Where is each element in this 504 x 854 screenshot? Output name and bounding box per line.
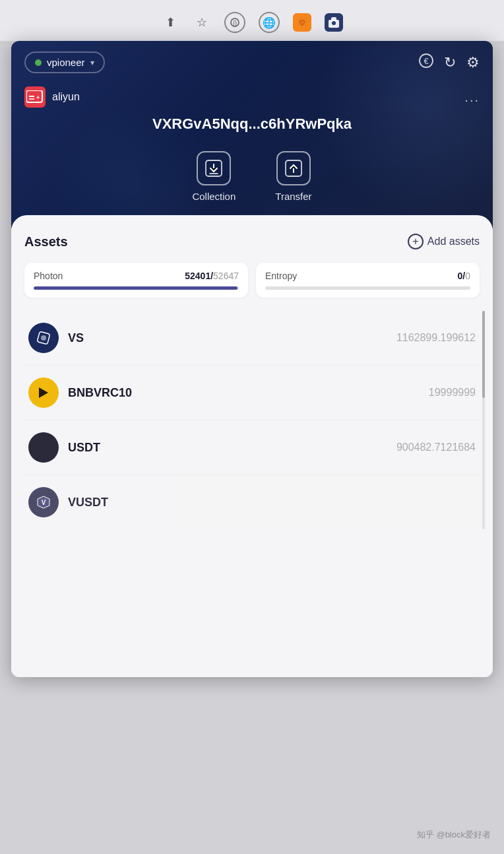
photon-progress-fill [34,286,237,290]
watermark: 知乎 @block爱好者 [417,829,491,841]
scroll-thumb[interactable] [482,311,485,398]
transfer-label: Transfer [275,191,311,202]
usdt-name: USDT [68,441,396,455]
photon-name: Photon [34,271,63,281]
account-name: aliyun [52,91,458,103]
assets-title: Assets [24,234,68,249]
network-name: vpioneer [47,57,85,68]
app-container: vpioneer ▾ € ↻ ⚙ [11,41,493,677]
network-selector[interactable]: vpioneer ▾ [24,51,105,73]
content-section: Assets + Add assets Photon 52401/52647 [11,215,493,677]
currency-icon[interactable]: € [419,53,433,71]
svg-text:€: € [424,56,429,66]
scroll-track [482,311,485,529]
photon-progress-bg [34,286,239,290]
token-list-container: VS 1162899.199612 BNBVRC10 19999999 [24,311,480,529]
vs-balance: 1162899.199612 [396,332,476,344]
transfer-button[interactable]: Transfer [275,151,311,202]
header-icons: € ↻ ⚙ [419,53,480,71]
svg-point-18 [41,335,46,341]
globe-icon[interactable]: 🌐 [259,12,280,33]
assets-header: Assets + Add assets [24,234,480,249]
transfer-icon [276,151,311,185]
usdt-avatar [28,432,59,463]
token-item-vusdt[interactable]: V VUSDT [24,475,480,529]
entropy-name: Entropy [265,271,297,281]
usdt-balance: 900482.7121684 [396,442,476,453]
browser-toolbar: ⬆ ☆ {} 🌐 [0,7,504,41]
collection-icon [197,151,231,185]
vusdt-avatar: V [28,487,59,517]
entropy-progress-bg [265,286,470,290]
svg-text:V: V [42,499,46,506]
app-header: vpioneer ▾ € ↻ ⚙ [11,41,493,228]
account-logo: + [24,86,46,108]
wallet-address[interactable]: VXRGvA5Nqq...c6hYRwPqka [24,115,480,133]
metamask-icon[interactable] [293,13,311,32]
gas-cards: Photon 52401/52647 Entropy 0/0 [24,263,480,298]
account-section: + aliyun ... [24,86,480,108]
add-assets-button[interactable]: + Add assets [408,234,480,249]
svg-text:+: + [36,94,40,101]
entropy-header: Entropy 0/0 [265,271,470,281]
svg-rect-6 [331,17,336,21]
network-status-dot [35,59,42,66]
settings-icon[interactable]: ⚙ [466,54,480,71]
vusdt-name: VUSDT [68,496,476,509]
add-assets-label: Add assets [427,236,480,247]
bookmark-icon[interactable]: ☆ [193,13,211,32]
token-item-usdt[interactable]: USDT 900482.7121684 [24,420,480,475]
entropy-card: Entropy 0/0 [256,263,480,298]
token-item-bnbvrc10[interactable]: BNBVRC10 19999999 [24,366,480,420]
vs-name: VS [68,331,396,345]
vs-avatar [28,323,59,353]
collection-button[interactable]: Collection [192,151,236,202]
action-buttons: Collection Transfer [24,151,480,202]
share-icon[interactable]: ⬆ [161,13,179,32]
collection-label: Collection [192,191,236,202]
photon-value: 52401/52647 [185,271,239,281]
photon-card: Photon 52401/52647 [24,263,248,298]
bnb-name: BNBVRC10 [68,386,429,400]
bnb-balance: 19999999 [429,387,476,399]
entropy-value: 0/0 [458,271,470,281]
extension-icon[interactable] [325,13,343,32]
browser-chrome: ⬆ ☆ {} 🌐 [0,0,504,41]
photon-header: Photon 52401/52647 [34,271,239,281]
bnb-avatar [28,378,59,408]
balancer-icon[interactable]: {} [224,12,245,33]
refresh-icon[interactable]: ↻ [444,54,456,71]
more-menu-button[interactable]: ... [464,90,480,105]
svg-point-7 [332,21,336,25]
token-item-vs[interactable]: VS 1162899.199612 [24,311,480,366]
svg-point-19 [38,442,49,453]
svg-text:{}: {} [233,20,237,26]
add-circle-icon: + [408,234,424,249]
play-icon [39,387,48,398]
network-bar: vpioneer ▾ € ↻ ⚙ [24,51,480,73]
chevron-down-icon: ▾ [90,58,94,67]
token-list: VS 1162899.199612 BNBVRC10 19999999 [24,311,480,529]
